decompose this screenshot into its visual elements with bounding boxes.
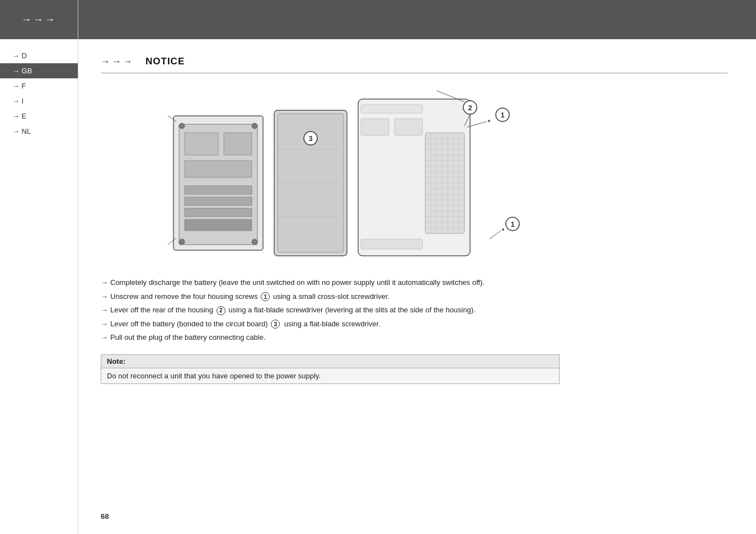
arrow-bullet-5: → (101, 332, 108, 343)
svg-rect-5 (185, 186, 252, 194)
svg-point-12 (252, 239, 257, 245)
svg-point-10 (252, 123, 257, 129)
instruction-4: → Lever off the battery (bonded to the c… (101, 318, 565, 330)
svg-rect-8 (185, 219, 252, 231)
svg-point-62 (502, 228, 504, 231)
sidebar-item-I[interactable]: → I (0, 93, 78, 109)
notice-title: NOTICE (145, 56, 185, 67)
svg-rect-3 (224, 133, 252, 155)
svg-text:1: 1 (500, 111, 504, 119)
svg-rect-4 (185, 161, 252, 177)
header-arrows: →→→ (101, 56, 134, 67)
svg-text:1: 1 (510, 220, 514, 228)
sidebar-nav: → D → GB → F → I → E → NL (0, 48, 78, 139)
note-box: Note: Do not reconnect a unit that you h… (101, 354, 560, 384)
note-text: Do not reconnect a unit that you have op… (101, 368, 559, 383)
svg-rect-51 (395, 119, 422, 135)
svg-point-9 (179, 123, 185, 129)
arrow-bullet-2: → (101, 291, 108, 302)
arrow-bullet-3: → (101, 305, 108, 316)
svg-rect-49 (361, 105, 422, 113)
arrow-bullet-1: → (101, 277, 108, 288)
sidebar-item-D[interactable]: → D (0, 48, 78, 63)
instruction-text-3: Lever off the rear of the housing 2 usin… (110, 305, 476, 316)
sidebar-item-F[interactable]: → F (0, 78, 78, 93)
instruction-text-1: Completely discharge the battery (leave … (110, 277, 485, 288)
instruction-3: → Lever off the rear of the housing 2 us… (101, 305, 565, 316)
sidebar-header-arrows: →→→ (21, 14, 57, 26)
instruction-text-5: Pull out the plug of the battery connect… (110, 332, 266, 343)
diagram-area: 3 (101, 88, 560, 261)
instruction-2: → Unscrew and remove the four housing sc… (101, 291, 565, 302)
svg-rect-52 (361, 239, 422, 249)
device-diagram: 3 (134, 88, 526, 261)
svg-text:2: 2 (468, 104, 472, 112)
sidebar-item-E[interactable]: → E (0, 109, 78, 124)
svg-point-11 (179, 239, 185, 245)
sidebar-item-GB[interactable]: → GB (0, 63, 78, 78)
instruction-text-2: Unscrew and remove the four housing scre… (110, 291, 389, 302)
page-number: 68 (101, 512, 109, 521)
svg-point-54 (488, 120, 490, 122)
svg-line-61 (490, 231, 501, 239)
arrow-bullet-4: → (101, 318, 108, 330)
svg-text:3: 3 (308, 134, 312, 143)
sidebar-item-NL[interactable]: → NL (0, 124, 78, 139)
svg-rect-2 (185, 133, 218, 155)
page-header: →→→ NOTICE (101, 56, 728, 73)
instruction-5: → Pull out the plug of the battery conne… (101, 332, 565, 343)
instruction-text-4: Lever off the battery (bonded to the cir… (110, 318, 381, 330)
note-label: Note: (101, 355, 559, 368)
svg-rect-7 (185, 208, 252, 217)
svg-rect-6 (185, 197, 252, 205)
instructions-list: → Completely discharge the battery (leav… (101, 277, 565, 343)
svg-rect-50 (361, 119, 389, 135)
instruction-1: → Completely discharge the battery (leav… (101, 277, 565, 288)
